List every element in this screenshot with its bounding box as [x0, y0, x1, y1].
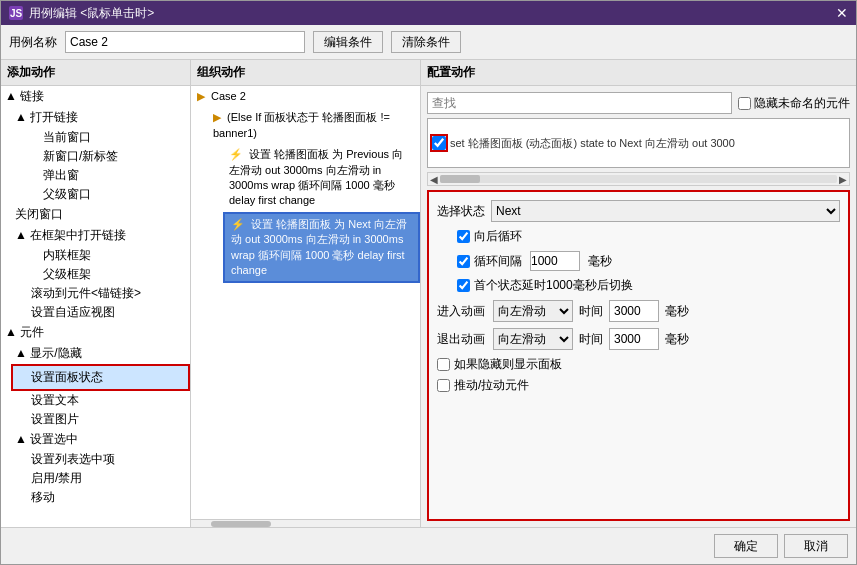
org-else-if[interactable]: ▶ (Else If 面板状态于 轮播图面板 != banner1) — [207, 107, 420, 144]
delay-label: 首个状态延时1000毫秒后切换 — [474, 277, 633, 294]
drag-pull-label: 推动/拉动元件 — [454, 377, 529, 394]
tree-parentframe[interactable]: 父级框架 — [23, 265, 190, 284]
case-name-input[interactable] — [65, 31, 305, 53]
interval-label: 循环间隔 — [474, 253, 522, 270]
config-list-area: set 轮播图面板 (动态面板) state to Next 向左滑动 out … — [427, 118, 850, 168]
interval-row: 循环间隔 毫秒 — [457, 251, 840, 271]
forward-loop-checkbox[interactable] — [457, 230, 470, 243]
tree-showhide[interactable]: ▲ 显示/隐藏 — [11, 343, 190, 364]
interval-unit: 毫秒 — [588, 253, 612, 270]
tree-scrollto[interactable]: 滚动到元件<锚链接> — [11, 284, 190, 303]
hide-show-panel-checkbox[interactable] — [437, 358, 450, 371]
hide-show-panel-label: 如果隐藏则显示面板 — [454, 356, 562, 373]
panel-add-content: ▲ 链接 ▲ 打开链接 当前窗口 新窗口/新标签 弹出窗 父级窗口 关闭窗口 ▲… — [1, 86, 190, 527]
org-else-if-label: (Else If 面板状态于 轮播图面板 != banner1) — [213, 111, 390, 138]
title-bar-left: JS 用例编辑 <鼠标单击时> — [9, 5, 154, 22]
select-state-label: 选择状态 — [437, 203, 485, 220]
window-title: 用例编辑 <鼠标单击时> — [29, 5, 154, 22]
delay-checkbox[interactable] — [457, 279, 470, 292]
tree-curwin[interactable]: 当前窗口 — [23, 128, 190, 147]
exit-anim-unit: 毫秒 — [665, 331, 689, 348]
panel-add-actions: 添加动作 ▲ 链接 ▲ 打开链接 当前窗口 新窗口/新标签 弹出窗 父级窗口 关… — [1, 60, 191, 527]
tree-move[interactable]: 移动 — [11, 488, 190, 507]
exit-anim-label: 退出动画 — [437, 331, 487, 348]
exit-anim-time-input[interactable] — [609, 328, 659, 350]
select-state-dropdown[interactable]: Next Previous First Last — [491, 200, 840, 222]
list-item-checkbox[interactable] — [432, 136, 446, 150]
enter-anim-time-label: 时间 — [579, 303, 603, 320]
tree-element[interactable]: ▲ 元件 — [1, 322, 190, 343]
tree-closewin[interactable]: 关闭窗口 — [11, 204, 190, 225]
tree-innerframe[interactable]: 内联框架 — [23, 246, 190, 265]
org-action1-text: 设置 轮播图面板 为 Previous 向左滑动 out 3000ms 向左滑动… — [229, 148, 403, 206]
config-scrollbar[interactable]: ◀ ▶ — [427, 172, 850, 186]
tree-adaptive[interactable]: 设置自适应视图 — [11, 303, 190, 322]
tree-setpanel[interactable]: 设置面板状态 — [11, 364, 190, 391]
enter-anim-time-input[interactable] — [609, 300, 659, 322]
edit-condition-button[interactable]: 编辑条件 — [313, 31, 383, 53]
tree-parent-win[interactable]: 父级窗口 — [23, 185, 190, 204]
forward-loop-row: 向后循环 — [457, 228, 840, 245]
cancel-button[interactable]: 取消 — [784, 534, 848, 558]
main-window: JS 用例编辑 <鼠标单击时> ✕ 用例名称 编辑条件 清除条件 添加动作 ▲ … — [0, 0, 857, 565]
close-button[interactable]: ✕ — [836, 5, 848, 21]
organize-content: ▶ Case 2 ▶ (Else If 面板状态于 轮播图面板 != banne… — [191, 86, 420, 519]
config-header: 配置动作 — [421, 60, 856, 86]
folder-icon: ▶ — [197, 90, 205, 102]
scroll-right-btn[interactable]: ▶ — [837, 174, 849, 185]
forward-loop-label: 向后循环 — [474, 228, 522, 245]
case-name-label: 用例名称 — [9, 34, 57, 51]
tree-newwin[interactable]: 新窗口/新标签 — [23, 147, 190, 166]
hide-show-panel-row: 如果隐藏则显示面板 — [437, 356, 840, 373]
main-content: 添加动作 ▲ 链接 ▲ 打开链接 当前窗口 新窗口/新标签 弹出窗 父级窗口 关… — [1, 60, 856, 527]
tree-inframe[interactable]: ▲ 在框架中打开链接 — [11, 225, 190, 246]
folder-icon2: ▶ — [213, 111, 221, 123]
exit-anim-time-label: 时间 — [579, 331, 603, 348]
org-case2[interactable]: ▶ Case 2 — [191, 86, 420, 107]
tree-popup[interactable]: 弹出窗 — [23, 166, 190, 185]
bottom-checkboxes: 如果隐藏则显示面板 推动/拉动元件 — [437, 356, 840, 394]
enter-anim-row: 进入动画 向左滑动 向右滑动 向上滑动 向下滑动 淡入淡出 时间 毫秒 — [437, 300, 840, 322]
interval-input[interactable] — [530, 251, 580, 271]
drag-pull-checkbox[interactable] — [437, 379, 450, 392]
clear-condition-button[interactable]: 清除条件 — [391, 31, 461, 53]
panel-organize-header: 组织动作 — [191, 60, 420, 86]
organize-scrollbar[interactable] — [191, 519, 420, 527]
scroll-thumb — [440, 175, 480, 183]
enter-anim-unit: 毫秒 — [665, 303, 689, 320]
ok-button[interactable]: 确定 — [714, 534, 778, 558]
config-search-row: 隐藏未命名的元件 — [427, 92, 850, 114]
scroll-track — [440, 175, 837, 183]
tree-setselect[interactable]: ▲ 设置选中 — [11, 429, 190, 450]
exit-anim-direction[interactable]: 向左滑动 向右滑动 向上滑动 向下滑动 淡入淡出 — [493, 328, 573, 350]
list-item-text: set 轮播图面板 (动态面板) state to Next 向左滑动 out … — [450, 136, 735, 151]
enter-anim-label: 进入动画 — [437, 303, 487, 320]
panel-organize: 组织动作 ▶ Case 2 ▶ (Else If 面板状态于 轮播图面板 != … — [191, 60, 421, 527]
toolbar: 用例名称 编辑条件 清除条件 — [1, 25, 856, 60]
hide-unnamed-check: 隐藏未命名的元件 — [738, 95, 850, 112]
org-action1[interactable]: ⚡ 设置 轮播图面板 为 Previous 向左滑动 out 3000ms 向左… — [223, 144, 420, 212]
scroll-left-btn[interactable]: ◀ — [428, 174, 440, 185]
config-box: 选择状态 Next Previous First Last 向后循环 — [427, 190, 850, 521]
org-action2[interactable]: ⚡ 设置 轮播图面板 为 Next 向左滑动 out 3000ms 向左滑动 i… — [223, 212, 420, 284]
org-case2-label: Case 2 — [211, 90, 246, 102]
lightning-icon2: ⚡ — [231, 218, 245, 230]
interval-checkbox[interactable] — [457, 255, 470, 268]
title-bar: JS 用例编辑 <鼠标单击时> ✕ — [1, 1, 856, 25]
hide-unnamed-label: 隐藏未命名的元件 — [754, 95, 850, 112]
tree-openlink[interactable]: ▲ 打开链接 — [11, 107, 190, 128]
config-search-input[interactable] — [427, 92, 732, 114]
tree-link[interactable]: ▲ 链接 — [1, 86, 190, 107]
tree-settext[interactable]: 设置文本 — [11, 391, 190, 410]
exit-anim-row: 退出动画 向左滑动 向右滑动 向上滑动 向下滑动 淡入淡出 时间 毫秒 — [437, 328, 840, 350]
lightning-icon1: ⚡ — [229, 148, 243, 160]
hide-unnamed-checkbox[interactable] — [738, 97, 751, 110]
tree-setimage[interactable]: 设置图片 — [11, 410, 190, 429]
tree-common[interactable]: 启用/禁用 — [11, 469, 190, 488]
enter-anim-direction[interactable]: 向左滑动 向右滑动 向上滑动 向下滑动 淡入淡出 — [493, 300, 573, 322]
tree-setlist[interactable]: 设置列表选中项 — [11, 450, 190, 469]
footer: 确定 取消 — [1, 527, 856, 564]
panel-config: 配置动作 隐藏未命名的元件 set 轮播图面板 (动态面板) state to … — [421, 60, 856, 527]
config-content: 隐藏未命名的元件 set 轮播图面板 (动态面板) state to Next … — [421, 86, 856, 527]
app-icon: JS — [9, 6, 23, 20]
